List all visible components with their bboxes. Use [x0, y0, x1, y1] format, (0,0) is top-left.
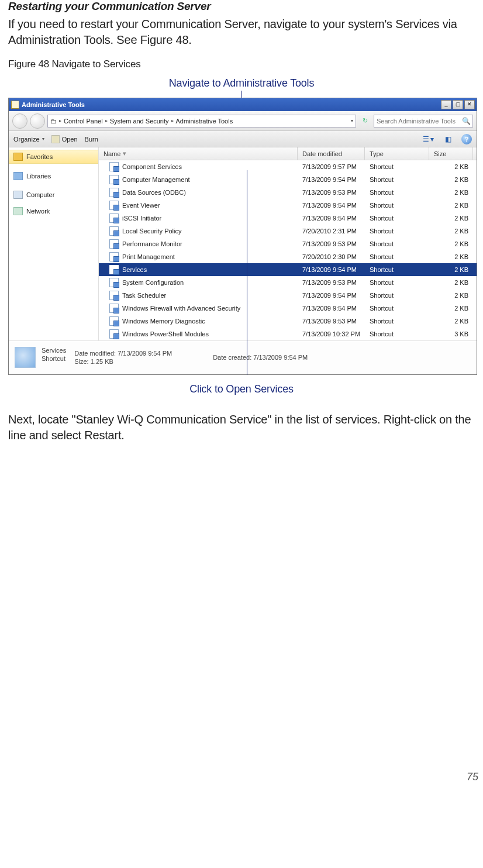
sidebar-item-computer[interactable]: Computer [9, 188, 98, 201]
search-box[interactable]: Search Administrative Tools 🔍 [374, 115, 473, 128]
burn-label: Burn [85, 136, 98, 143]
col-name[interactable]: Name ▾ [99, 147, 298, 160]
file-row[interactable]: Event Viewer7/13/2009 9:54 PMShortcut2 K… [99, 199, 477, 212]
file-row[interactable]: Windows Memory Diagnostic7/13/2009 9:53 … [99, 315, 477, 328]
file-name-cell: Windows PowerShell Modules [99, 328, 298, 340]
file-size-cell: 2 KB [429, 250, 473, 263]
file-name: Computer Management [122, 176, 190, 183]
page-number: 75 [8, 771, 478, 783]
file-row[interactable]: Performance Monitor7/13/2009 9:53 PMShor… [99, 237, 477, 250]
file-name: Services [122, 266, 147, 273]
sidebar-item-favorites[interactable]: Favorites [9, 150, 98, 164]
col-size[interactable]: Size [429, 147, 473, 160]
file-name-cell: Print Management [99, 250, 298, 263]
window-title: Administrative Tools [22, 101, 439, 108]
burn-button[interactable]: Burn [85, 136, 98, 143]
breadcrumb-admin-tools[interactable]: Administrative Tools [176, 118, 233, 125]
file-name: Local Security Policy [122, 228, 182, 235]
organize-button[interactable]: Organize ▾ [13, 136, 44, 143]
file-row[interactable]: System Configuration7/13/2009 9:53 PMSho… [99, 276, 477, 289]
address-dropdown-icon[interactable]: ▾ [351, 118, 353, 123]
details-size-label: Size: [74, 358, 88, 365]
close-button[interactable]: ✕ [464, 100, 475, 109]
sidebar-item-libraries[interactable]: Libraries [9, 170, 98, 182]
refresh-button[interactable]: ↻ [358, 115, 371, 128]
file-size-cell: 2 KB [429, 237, 473, 250]
shortcut-icon [109, 239, 119, 249]
file-row[interactable]: Component Services7/13/2009 9:57 PMShort… [99, 160, 477, 173]
file-size-cell: 2 KB [429, 160, 473, 173]
preview-pane-button[interactable]: ◧ [441, 133, 454, 145]
file-name: Print Management [122, 253, 175, 260]
open-icon [51, 135, 60, 143]
forward-button[interactable] [30, 113, 45, 129]
intro-paragraph: If you need to restart your Communicatio… [8, 16, 475, 48]
file-name: Windows Firewall with Advanced Security [122, 305, 240, 312]
maximize-button[interactable]: ▢ [453, 100, 463, 109]
window-icon [11, 101, 19, 109]
organize-label: Organize [13, 136, 40, 143]
col-date[interactable]: Date modified [298, 147, 365, 160]
col-type[interactable]: Type [365, 147, 429, 160]
file-row[interactable]: Data Sources (ODBC)7/13/2009 9:53 PMShor… [99, 186, 477, 199]
search-icon[interactable]: 🔍 [462, 117, 470, 125]
toolbar: Organize ▾ Open Burn ☰ ▾ ◧ ? [9, 131, 477, 147]
address-bar[interactable]: 🗀 ▸ Control Panel ▸ System and Security … [47, 115, 356, 128]
file-date-cell: 7/13/2009 9:53 PM [298, 315, 365, 328]
shortcut-icon [109, 162, 119, 171]
col-label: Date modified [302, 150, 342, 157]
file-name: iSCSI Initiator [122, 215, 161, 222]
chevron-right-icon: ▸ [171, 118, 174, 123]
sort-indicator-icon: ▾ [123, 150, 126, 157]
file-date-cell: 7/13/2009 10:32 PM [298, 328, 365, 340]
file-row[interactable]: Local Security Policy7/20/2010 2:31 PMSh… [99, 225, 477, 237]
file-date-cell: 7/20/2010 2:31 PM [298, 225, 365, 237]
sidebar-item-label: Computer [26, 191, 54, 198]
open-button[interactable]: Open [51, 135, 78, 143]
details-pane: Services Shortcut Date modified: 7/13/20… [9, 340, 477, 374]
breadcrumb-system-security[interactable]: System and Security ▸ [110, 118, 174, 125]
file-size-cell: 2 KB [429, 289, 473, 302]
sidebar-item-network[interactable]: Network [9, 205, 98, 218]
file-row[interactable]: Computer Management7/13/2009 9:54 PMShor… [99, 173, 477, 186]
shortcut-icon [109, 304, 119, 313]
file-name-cell: System Configuration [99, 276, 298, 289]
file-row[interactable]: iSCSI Initiator7/13/2009 9:54 PMShortcut… [99, 212, 477, 225]
file-type-cell: Shortcut [365, 225, 429, 237]
details-date-created-label: Date created: [213, 354, 251, 361]
file-type-cell: Shortcut [365, 315, 429, 328]
file-date-cell: 7/13/2009 9:54 PM [298, 199, 365, 212]
minimize-button[interactable]: _ [441, 100, 451, 109]
file-type-cell: Shortcut [365, 186, 429, 199]
file-name-cell: Local Security Policy [99, 225, 298, 237]
details-date-modified: 7/13/2009 9:54 PM [118, 350, 172, 357]
file-type-cell: Shortcut [365, 160, 429, 173]
file-row[interactable]: Task Scheduler7/13/2009 9:54 PMShortcut2… [99, 289, 477, 302]
view-button[interactable]: ☰ ▾ [422, 133, 434, 145]
file-type-cell: Shortcut [365, 212, 429, 225]
nav-row: 🗀 ▸ Control Panel ▸ System and Security … [9, 111, 477, 131]
file-name-cell: Component Services [99, 160, 298, 173]
file-type-cell: Shortcut [365, 276, 429, 289]
titlebar[interactable]: Administrative Tools _ ▢ ✕ [9, 98, 477, 111]
file-size-cell: 2 KB [429, 276, 473, 289]
help-button[interactable]: ? [461, 134, 472, 144]
file-date-cell: 7/13/2009 9:57 PM [298, 160, 365, 173]
file-row[interactable]: Windows Firewall with Advanced Security7… [99, 302, 477, 315]
star-icon [13, 153, 23, 161]
shortcut-icon [109, 201, 119, 210]
file-name-cell: iSCSI Initiator [99, 212, 298, 225]
callout-bottom: Click to Open Services [8, 383, 475, 395]
shortcut-icon [109, 188, 119, 197]
file-row-selected[interactable]: Services7/13/2009 9:54 PMShortcut2 KB [99, 263, 477, 276]
explorer-window: Administrative Tools _ ▢ ✕ 🗀 ▸ Control P… [8, 98, 477, 375]
back-button[interactable] [12, 113, 27, 129]
libraries-icon [13, 172, 23, 180]
file-date-cell: 7/13/2009 9:54 PM [298, 302, 365, 315]
breadcrumb-control-panel[interactable]: Control Panel ▸ [64, 118, 108, 125]
file-row[interactable]: Windows PowerShell Modules7/13/2009 10:3… [99, 328, 477, 340]
shortcut-icon [109, 213, 119, 223]
file-row[interactable]: Print Management7/20/2010 2:30 PMShortcu… [99, 250, 477, 263]
file-type-cell: Shortcut [365, 328, 429, 340]
file-name: Component Services [122, 163, 182, 170]
